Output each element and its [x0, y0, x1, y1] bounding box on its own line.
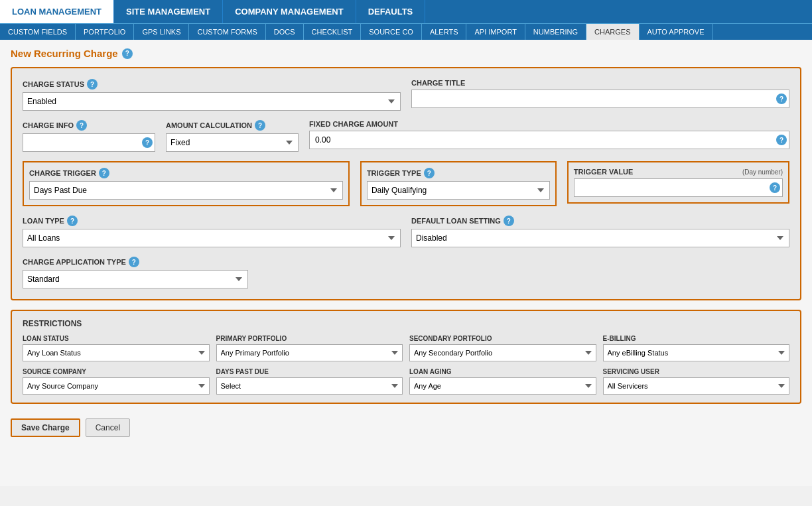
days-past-due-group: Days Past Due Select: [216, 368, 403, 395]
subnav-charges[interactable]: Charges: [586, 24, 639, 40]
charge-status-select[interactable]: Enabled Disabled: [23, 92, 401, 111]
fixed-charge-amount-wrapper: ?: [309, 131, 789, 149]
page-title-help-icon[interactable]: ?: [122, 48, 133, 59]
main-form-card: Charge Status ? Enabled Disabled Charge …: [11, 67, 801, 300]
default-loan-setting-select[interactable]: Disabled Enabled: [411, 229, 789, 247]
loan-type-group: Loan Type ? All Loans Personal Business: [23, 216, 401, 247]
cancel-button[interactable]: Cancel: [86, 418, 130, 437]
primary-portfolio-select[interactable]: Any Primary Portfolio: [216, 344, 403, 361]
charge-application-type-help-icon[interactable]: ?: [129, 257, 139, 267]
servicing-user-group: Servicing User All Servicers: [603, 368, 790, 395]
trigger-type-help-icon[interactable]: ?: [424, 168, 435, 178]
charge-trigger-label: Charge Trigger ?: [29, 168, 343, 178]
servicing-user-select[interactable]: All Servicers: [603, 377, 790, 395]
loan-status-label: Loan Status: [23, 335, 210, 342]
amount-calculation-label: Amount Calculation ?: [166, 120, 299, 131]
ebilling-label: E-Billing: [603, 335, 790, 342]
trigger-value-box: Trigger Value (Day number) ?: [567, 161, 789, 204]
charge-info-help-icon[interactable]: ?: [76, 120, 87, 131]
trigger-value-wrapper: ?: [574, 178, 783, 197]
source-company-label: Source Company: [23, 368, 210, 375]
loan-aging-label: Loan Aging: [409, 368, 596, 375]
subnav-auto-approve[interactable]: Auto Approve: [640, 24, 713, 40]
trigger-type-box: Trigger Type ? Daily Qualifying One Time…: [360, 161, 557, 206]
charge-info-group: Charge Info ? ?: [23, 120, 155, 152]
charge-info-icon-2[interactable]: ?: [142, 137, 153, 148]
page-title: New Recurring Charge ?: [11, 48, 801, 59]
fixed-charge-amount-input[interactable]: [309, 131, 789, 149]
charge-status-wrapper: Enabled Disabled: [23, 92, 401, 111]
loan-status-select[interactable]: Any Loan Status: [23, 344, 210, 361]
subnav-checklist[interactable]: Checklist: [304, 24, 362, 40]
charge-info-input[interactable]: [23, 133, 155, 152]
loan-aging-group: Loan Aging Any Age: [409, 368, 596, 395]
trigger-type-select[interactable]: Daily Qualifying One Time Recurring: [367, 181, 550, 200]
loan-aging-select[interactable]: Any Age: [409, 377, 596, 395]
subnav-alerts[interactable]: Alerts: [422, 24, 467, 40]
charge-application-type-group: Charge Application Type ? Standard Advan…: [23, 257, 248, 288]
trigger-value-input[interactable]: [574, 178, 783, 197]
footer-buttons: Save Charge Cancel: [11, 413, 801, 442]
fixed-charge-amount-help-icon[interactable]: ?: [776, 135, 787, 145]
servicing-user-label: Servicing User: [603, 368, 790, 375]
charge-info-label: Charge Info ?: [23, 120, 155, 131]
charge-status-help-icon[interactable]: ?: [87, 79, 98, 90]
save-charge-button[interactable]: Save Charge: [11, 418, 80, 437]
subnav-docs[interactable]: Docs: [266, 24, 304, 40]
subnav-source-co[interactable]: Source Co: [361, 24, 422, 40]
charge-trigger-help-icon[interactable]: ?: [99, 168, 109, 178]
nav-company-management[interactable]: Company Management: [223, 0, 356, 23]
loan-status-group: Loan Status Any Loan Status: [23, 335, 210, 361]
loan-type-label: Loan Type ?: [23, 216, 401, 226]
row-charge-app-type: Charge Application Type ? Standard Advan…: [23, 257, 789, 288]
default-loan-setting-label: Default Loan Setting ?: [411, 216, 789, 226]
charge-title-label: Charge Title: [411, 79, 789, 87]
nav-site-management[interactable]: Site Management: [114, 0, 223, 23]
charge-status-group: Charge Status ? Enabled Disabled: [23, 79, 401, 111]
row-trigger: Charge Trigger ? Days Past Due Loan Date…: [23, 161, 789, 206]
subnav-portfolio[interactable]: Portfolio: [76, 24, 134, 40]
ebilling-group: E-Billing Any eBilling Status: [603, 335, 790, 361]
subnav-api-import[interactable]: API Import: [466, 24, 525, 40]
loan-type-select[interactable]: All Loans Personal Business: [23, 229, 401, 247]
charge-title-help-icon[interactable]: ?: [776, 94, 787, 104]
amount-calculation-select[interactable]: Fixed Percentage: [166, 133, 299, 152]
row-loan-type: Loan Type ? All Loans Personal Business …: [23, 216, 789, 247]
subnav-custom-forms[interactable]: Custom Forms: [189, 24, 265, 40]
nav-loan-management[interactable]: Loan Management: [0, 0, 114, 23]
charge-trigger-select[interactable]: Days Past Due Loan Date Payment Date: [29, 181, 343, 200]
subnav-numbering[interactable]: Numbering: [525, 24, 586, 40]
nav-defaults[interactable]: Defaults: [356, 0, 426, 23]
primary-portfolio-group: Primary Portfolio Any Primary Portfolio: [216, 335, 403, 361]
secondary-portfolio-label: Secondary Portfolio: [409, 335, 596, 342]
charge-title-wrapper: ?: [411, 90, 789, 108]
trigger-value-help-icon[interactable]: ?: [770, 182, 780, 193]
secondary-portfolio-select[interactable]: Any Secondary Portfolio: [409, 344, 596, 361]
row-charge-info: Charge Info ? ? Amount Calculation ? Fix…: [23, 120, 789, 152]
row-charge-status-title: Charge Status ? Enabled Disabled Charge …: [23, 79, 789, 111]
loan-type-help-icon[interactable]: ?: [67, 216, 78, 226]
restrictions-row-2: Source Company Any Source Company Days P…: [23, 368, 789, 395]
charge-title-input[interactable]: [411, 90, 789, 108]
subnav-gps-links[interactable]: GPS Links: [134, 24, 189, 40]
sub-navigation: Custom Fields Portfolio GPS Links Custom…: [0, 23, 812, 40]
amount-calculation-help-icon[interactable]: ?: [255, 120, 265, 131]
restrictions-row-1: Loan Status Any Loan Status Primary Port…: [23, 335, 789, 361]
trigger-type-label: Trigger Type ?: [367, 168, 550, 178]
default-loan-setting-group: Default Loan Setting ? Disabled Enabled: [411, 216, 789, 247]
source-company-group: Source Company Any Source Company: [23, 368, 210, 395]
secondary-portfolio-group: Secondary Portfolio Any Secondary Portfo…: [409, 335, 596, 361]
days-past-due-select[interactable]: Select: [216, 377, 403, 395]
source-company-select[interactable]: Any Source Company: [23, 377, 210, 395]
subnav-custom-fields[interactable]: Custom Fields: [0, 24, 76, 40]
default-loan-setting-help-icon[interactable]: ?: [504, 216, 514, 226]
charge-application-type-label: Charge Application Type ?: [23, 257, 248, 267]
ebilling-select[interactable]: Any eBilling Status: [603, 344, 790, 361]
fixed-charge-amount-group: Fixed Charge Amount ?: [309, 120, 789, 152]
days-past-due-label: Days Past Due: [216, 368, 403, 375]
charge-application-type-select[interactable]: Standard Advanced: [23, 270, 248, 288]
trigger-value-label: Trigger Value (Day number): [574, 168, 783, 176]
charge-info-wrapper: ?: [23, 133, 155, 152]
fixed-charge-amount-label: Fixed Charge Amount: [309, 120, 789, 128]
primary-portfolio-label: Primary Portfolio: [216, 335, 403, 342]
